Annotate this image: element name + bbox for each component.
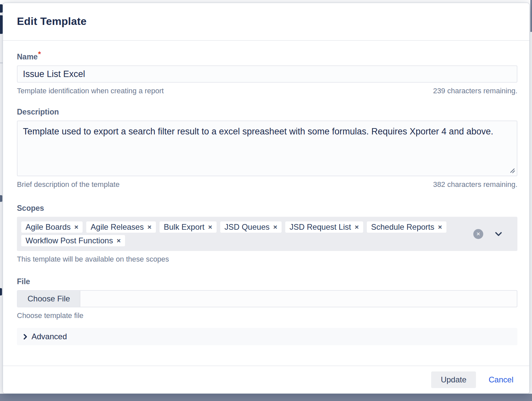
scope-tag: Agile Releases× xyxy=(86,221,156,233)
backdrop-fragment xyxy=(0,62,3,63)
description-chars-remaining: 382 characters remaining. xyxy=(433,180,517,189)
scope-tag-label: Agile Boards xyxy=(26,222,71,232)
dialog-title: Edit Template xyxy=(17,15,515,28)
scope-tag: JSD Queues× xyxy=(220,221,282,233)
remove-tag-icon[interactable]: × xyxy=(117,236,121,246)
remove-tag-icon[interactable]: × xyxy=(355,222,359,232)
backdrop-fragment xyxy=(0,195,2,202)
edit-template-dialog: Edit Template Name* Template identificat… xyxy=(3,3,530,394)
scope-tag: Workflow Post Functions× xyxy=(21,235,125,246)
chevron-down-icon[interactable] xyxy=(495,232,502,236)
remove-tag-icon[interactable]: × xyxy=(74,222,78,232)
cancel-button[interactable]: Cancel xyxy=(489,375,513,384)
chevron-right-icon xyxy=(23,334,27,340)
remove-tag-icon[interactable]: × xyxy=(438,222,442,232)
description-helper-row: Brief description of the template 382 ch… xyxy=(17,180,517,189)
scope-tag-label: Agile Releases xyxy=(91,222,144,232)
dialog-body: Name* Template identification when creat… xyxy=(3,41,529,365)
choose-file-button[interactable]: Choose File xyxy=(18,291,80,307)
scope-tag-label: Bulk Export xyxy=(164,222,205,232)
scope-tag: JSD Request List× xyxy=(285,221,363,233)
dialog-header: Edit Template xyxy=(3,3,529,41)
file-helper-row: Choose template file xyxy=(17,311,517,320)
remove-tag-icon[interactable]: × xyxy=(208,222,212,232)
description-field-block: Description Template used to export a se… xyxy=(17,107,517,189)
scope-tag-label: Workflow Post Functions xyxy=(26,236,113,246)
backdrop-right-strip xyxy=(530,0,532,32)
description-textarea[interactable]: Template used to export a search filter … xyxy=(17,120,517,176)
advanced-label: Advanced xyxy=(32,332,67,341)
name-label: Name* xyxy=(17,52,517,61)
name-helper-text: Template identification when creating a … xyxy=(17,87,164,95)
backdrop-fragment xyxy=(0,288,2,295)
required-asterisk: * xyxy=(38,50,41,58)
scopes-multiselect[interactable]: Agile Boards×Agile Releases×Bulk Export×… xyxy=(17,217,517,251)
scope-tag-label: JSD Queues xyxy=(225,222,270,232)
file-field-block: File Choose File Choose template file xyxy=(17,277,517,320)
scope-tag: Agile Boards× xyxy=(21,221,83,233)
dialog-footer: Update Cancel xyxy=(3,365,529,393)
description-label: Description xyxy=(17,107,517,117)
backdrop-fragment xyxy=(0,4,3,13)
remove-tag-icon[interactable]: × xyxy=(273,222,277,232)
name-field-block: Name* Template identification when creat… xyxy=(17,52,517,95)
description-helper-text: Brief description of the template xyxy=(17,180,119,189)
file-input[interactable]: Choose File xyxy=(17,290,517,307)
backdrop-bottom-strip xyxy=(0,394,532,401)
scopes-label: Scopes xyxy=(17,203,517,213)
scope-tag-label: JSD Request List xyxy=(290,222,351,232)
description-textarea-wrap: Template used to export a search filter … xyxy=(17,120,517,176)
scopes-field-block: Scopes Agile Boards×Agile Releases×Bulk … xyxy=(17,203,517,264)
scope-tag: Schedule Reports× xyxy=(367,221,446,233)
file-label: File xyxy=(17,277,517,286)
advanced-expander[interactable]: Advanced xyxy=(17,328,517,345)
scopes-helper-row: This template will be available on these… xyxy=(17,255,517,264)
scope-tag: Bulk Export× xyxy=(160,221,217,233)
name-input[interactable] xyxy=(17,65,517,83)
remove-tag-icon[interactable]: × xyxy=(147,222,151,232)
file-helper-text: Choose template file xyxy=(17,311,84,320)
update-button[interactable]: Update xyxy=(431,371,476,388)
scope-tag-label: Schedule Reports xyxy=(371,222,434,232)
name-chars-remaining: 239 characters remaining. xyxy=(433,87,517,95)
name-helper-row: Template identification when creating a … xyxy=(17,87,517,95)
scopes-clear-all-icon[interactable]: ✕ xyxy=(473,229,483,239)
scopes-helper-text: This template will be available on these… xyxy=(17,255,169,264)
